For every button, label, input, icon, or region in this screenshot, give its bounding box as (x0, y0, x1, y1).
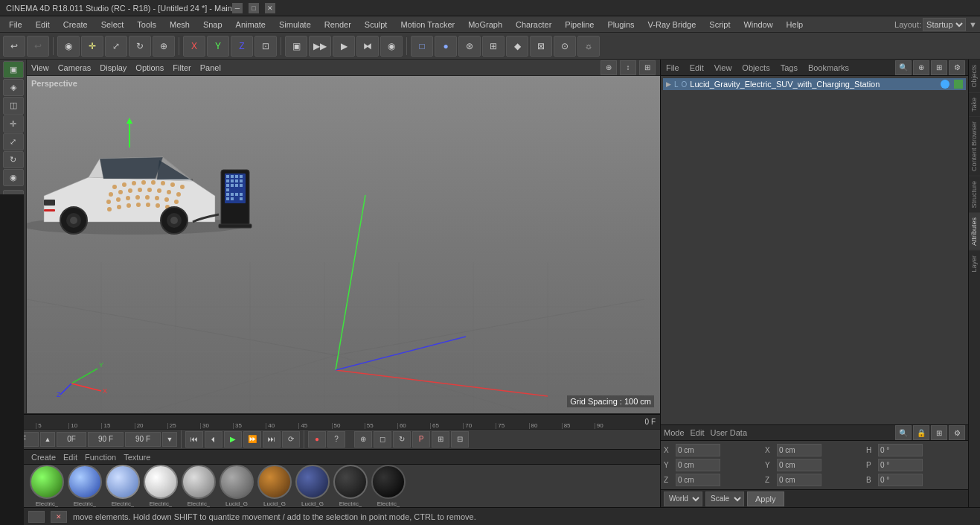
attr-edit-menu[interactable]: Edit (691, 428, 705, 437)
layout-dropdown-icon[interactable]: ▼ (969, 20, 977, 29)
menu-animate[interactable]: Animate (230, 19, 272, 31)
viewport-options-menu[interactable]: Options (135, 63, 164, 72)
material-4[interactable]: Electric_ (144, 465, 178, 507)
material-3[interactable]: Electric_ (106, 465, 140, 507)
material-8[interactable]: Lucid_G (295, 465, 330, 507)
playback-record-button[interactable]: ▣ (285, 36, 307, 57)
attr-expand[interactable]: ⊞ (931, 425, 947, 440)
y-pos-input[interactable] (676, 459, 720, 471)
viewport-ctrl-3[interactable]: ⊞ (639, 60, 656, 75)
tool-move[interactable]: ✛ (3, 115, 24, 133)
attr-search[interactable]: 🔍 (895, 425, 912, 440)
obj-ctrl-1[interactable]: 🔍 (895, 60, 912, 75)
menu-motion-tracker[interactable]: Motion Tracker (394, 19, 461, 31)
object-row-1[interactable]: ▶ L O Lucid_Gravity_Electric_SUV_with_Ch… (663, 78, 966, 90)
h-input[interactable] (878, 444, 923, 456)
material-6[interactable]: Lucid_G (220, 465, 254, 507)
move-button[interactable]: ✛ (81, 36, 103, 57)
tab-content-browser[interactable]: Content Browser (969, 116, 980, 176)
menu-file[interactable]: File (3, 19, 28, 31)
material-9[interactable]: Electric_ (333, 465, 368, 507)
menu-render[interactable]: Render (318, 19, 357, 31)
viewport-view-menu[interactable]: View (31, 63, 49, 72)
help-button[interactable]: ? (327, 431, 345, 448)
render-view-button[interactable]: ⊙ (554, 36, 576, 57)
menu-vray[interactable]: V-Ray Bridge (642, 19, 702, 31)
layout-select[interactable]: Startup (923, 18, 966, 31)
play-range-button[interactable]: ▶▶ (309, 36, 331, 57)
menu-tools[interactable]: Tools (131, 19, 162, 31)
uv-button[interactable]: ⊠ (530, 36, 552, 57)
x-pos-input[interactable] (676, 444, 720, 456)
key-settings-button[interactable]: ⊟ (451, 431, 469, 448)
render-button[interactable]: ◉ (380, 36, 403, 57)
goto-end-button[interactable]: ⏭ (263, 431, 281, 448)
menu-select[interactable]: Select (95, 19, 130, 31)
viewport-panel-menu[interactable]: Panel (200, 63, 221, 72)
viewport-display-menu[interactable]: Display (100, 63, 126, 72)
x-rot-input[interactable] (777, 444, 822, 456)
menu-plugins[interactable]: Plugins (601, 19, 640, 31)
tab-objects[interactable]: Objects (969, 60, 980, 92)
tool-rotate[interactable]: ↻ (3, 151, 24, 168)
obj-objects-menu[interactable]: Objects (740, 63, 772, 72)
transform-button[interactable]: ⊕ (153, 36, 175, 57)
play-button[interactable]: ▶ (333, 36, 355, 57)
obj-ctrl-4[interactable]: ⚙ (949, 60, 965, 75)
menu-snap[interactable]: Snap (197, 19, 228, 31)
material-10[interactable]: Electric_ (371, 465, 406, 507)
attr-userdata-menu[interactable]: User Data (711, 428, 748, 437)
mat-texture-menu[interactable]: Texture (124, 453, 150, 462)
p-input[interactable] (878, 459, 923, 471)
scale-mode-select[interactable]: Scale (705, 491, 744, 506)
undo-button[interactable]: ↩ (3, 36, 25, 57)
material-1[interactable]: Electric_ (30, 465, 64, 507)
world-button[interactable]: ⊡ (254, 36, 277, 57)
obj-ctrl-2[interactable]: ⊕ (913, 60, 929, 75)
menu-window[interactable]: Window (737, 19, 778, 31)
sphere-button[interactable]: ● (435, 36, 457, 57)
current-frame-display[interactable] (57, 432, 86, 447)
minimize-button[interactable]: ─ (232, 3, 243, 13)
attr-settings[interactable]: ⚙ (949, 425, 965, 440)
next-frame-button[interactable]: ⏩ (243, 431, 261, 448)
tab-layer[interactable]: Layer (969, 250, 980, 277)
obj-edit-menu[interactable]: Edit (688, 63, 706, 72)
key-button[interactable]: ⧓ (356, 36, 379, 57)
redo-button[interactable]: ↩ (27, 36, 49, 57)
y-axis-button[interactable]: Y (207, 36, 229, 57)
goto-start-button[interactable]: ⏮ (185, 431, 203, 448)
key-all-button[interactable]: ⊞ (432, 431, 449, 448)
viewport-ctrl-2[interactable]: ↕ (620, 60, 636, 75)
z-pos-input[interactable] (676, 474, 720, 486)
obj-bookmarks-menu[interactable]: Bookmarks (806, 63, 851, 72)
play-forward-button[interactable]: ▶ (224, 431, 242, 448)
menu-simulate[interactable]: Simulate (273, 19, 317, 31)
status-indicator-2[interactable] (28, 511, 45, 523)
menu-pipeline[interactable]: Pipeline (559, 19, 600, 31)
world-space-select[interactable]: World (664, 491, 702, 506)
z-axis-button[interactable]: Z (231, 36, 253, 57)
viewport-ctrl-1[interactable]: ⊕ (601, 60, 617, 75)
key-plus-button[interactable]: ⊕ (354, 431, 372, 448)
material-7[interactable]: Lucid_G (257, 465, 292, 507)
key-loop-button[interactable]: ↻ (393, 431, 411, 448)
tab-attributes[interactable]: Attributes (969, 212, 980, 250)
edges-button[interactable]: ⊞ (482, 36, 505, 57)
mat-function-menu[interactable]: Function (85, 453, 116, 462)
z-rot-input[interactable] (777, 474, 822, 486)
y-rot-input[interactable] (777, 459, 822, 471)
material-2[interactable]: Electric_ (68, 465, 102, 507)
rotate-button[interactable]: ↻ (129, 36, 151, 57)
menu-mesh[interactable]: Mesh (164, 19, 196, 31)
menu-create[interactable]: Create (57, 19, 94, 31)
mat-create-menu[interactable]: Create (31, 453, 56, 462)
menu-character[interactable]: Character (510, 19, 557, 31)
close-button[interactable]: ✕ (265, 3, 275, 13)
obj-file-menu[interactable]: File (664, 63, 682, 72)
select-mode-button[interactable]: ◉ (57, 36, 80, 57)
frame-spin-up[interactable]: ▲ (40, 432, 55, 447)
attr-lock[interactable]: 🔒 (913, 425, 929, 440)
menu-help[interactable]: Help (781, 19, 810, 31)
menu-script[interactable]: Script (703, 19, 736, 31)
